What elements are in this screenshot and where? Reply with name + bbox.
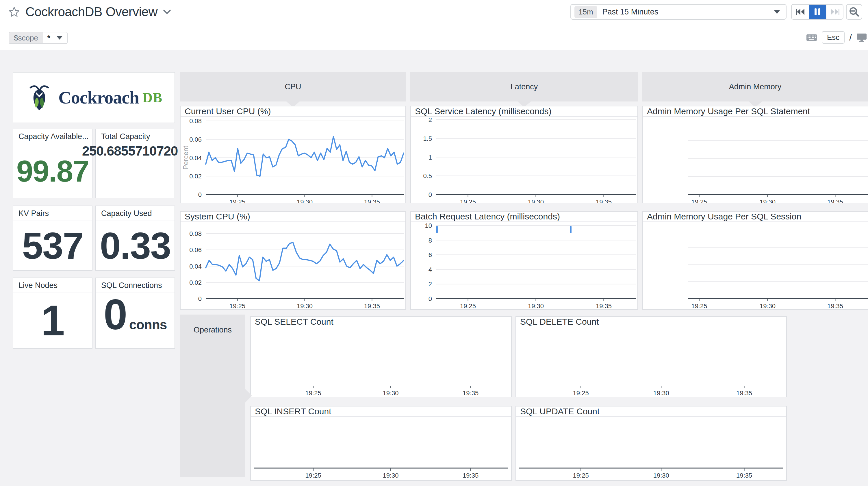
y-tick-label: 0.06: [189, 136, 202, 143]
scope-var-value[interactable]: *: [43, 32, 67, 44]
rewind-button[interactable]: [792, 5, 809, 19]
chart-card-sql-update-count: SQL UPDATE Count 19:2519:3019:35: [516, 406, 787, 481]
dashboard-page: CockroachDB Overview 15m Past 15 Minutes: [0, 0, 868, 486]
chart-sql-service-latency[interactable]: 21.510.5019:2519:3019:35: [411, 117, 638, 203]
stat-title: KV Pairs: [13, 206, 92, 221]
time-range-caret-icon: [774, 10, 780, 14]
fast-forward-button[interactable]: [826, 5, 843, 19]
y-tick-label: 0.04: [189, 154, 202, 162]
stat-title: Capacity Used: [96, 206, 175, 221]
y-tick-label: 0: [198, 191, 202, 198]
x-tick-label: 19:30: [528, 198, 544, 203]
x-tick-label: 19:35: [596, 303, 612, 309]
stat-card-total-capacity[interactable]: Total Capacity 250.6855710720 GB: [95, 128, 175, 198]
chart-title: Current User CPU (%): [181, 106, 405, 117]
x-tick-label: 19:25: [573, 390, 589, 397]
y-tick-label: 0.5: [423, 172, 432, 179]
favorite-star-icon[interactable]: [9, 6, 20, 17]
stat-card-live-nodes[interactable]: Live Nodes 1: [13, 278, 92, 349]
pause-button[interactable]: [809, 5, 826, 19]
stat-card-kv-pairs[interactable]: KV Pairs 537: [13, 205, 92, 271]
x-tick-label: 19:25: [460, 198, 476, 203]
x-tick-label: 19:30: [760, 303, 776, 309]
chart-title: SQL Service Latency (milliseconds): [411, 106, 638, 117]
x-tick-label: 19:25: [573, 472, 589, 479]
chart-sql-insert-count[interactable]: 19:2519:3019:35: [251, 417, 511, 480]
stat-card-capacity-used[interactable]: Capacity Used 0.33: [95, 205, 175, 271]
x-tick-label: 19:30: [297, 303, 313, 309]
stat-title: Total Capacity: [96, 129, 175, 144]
x-tick-label: 19:35: [364, 198, 380, 203]
group-pointer: [245, 389, 252, 402]
x-tick-label: 19:35: [827, 303, 843, 309]
y-tick-label: 0.06: [189, 246, 202, 254]
y-tick-label: 0.04: [189, 263, 202, 270]
x-tick-label: 19:30: [653, 472, 669, 479]
x-tick-label: 19:25: [460, 303, 476, 309]
stat-value: 99.87: [17, 156, 89, 186]
stat-card-capacity-available[interactable]: Capacity Available... 99.87: [13, 128, 92, 198]
top-bar: CockroachDB Overview 15m Past 15 Minutes: [0, 0, 868, 50]
group-header-cpu: CPU: [180, 72, 406, 102]
esc-key-badge: Esc: [822, 31, 845, 44]
series-line: [206, 137, 404, 176]
scope-caret-icon: [57, 36, 62, 39]
stat-value: 537: [22, 227, 83, 264]
chart-sql-select-count[interactable]: 19:2519:3019:35: [251, 327, 511, 397]
zoom-out-button[interactable]: [846, 4, 862, 20]
cockroachdb-logo-card: Cockroach DB: [13, 72, 175, 123]
chart-current-user-cpu[interactable]: 0.080.060.040.02019:2519:3019:35Percent: [181, 117, 405, 203]
slash-separator: /: [849, 32, 852, 43]
tv-mode-monitor-icon[interactable]: [857, 33, 867, 42]
chart-card-sql-service-latency: SQL Service Latency (milliseconds) 21.51…: [410, 106, 638, 203]
x-tick-label: 19:25: [229, 303, 245, 309]
group-label: Latency: [510, 82, 538, 91]
chart-sql-delete-count[interactable]: 19:2519:3019:35: [516, 327, 786, 397]
chart-svg: 0.080.060.040.02019:2519:3019:35Percent: [181, 117, 405, 203]
x-tick-label: 19:35: [827, 198, 843, 203]
chart-admin-memory-statement[interactable]: 19:2519:3019:35: [643, 117, 868, 203]
chart-card-admin-memory-statement: Admin Memory Usage Per SQL Statement 19:…: [642, 106, 868, 203]
chart-svg: 19:2519:3019:35: [516, 417, 786, 480]
y-tick-label: 0.02: [189, 279, 202, 286]
chart-svg: 19:2519:3019:35: [643, 222, 868, 309]
chart-batch-request-latency[interactable]: 108642019:2519:3019:35: [411, 222, 638, 309]
group-label: Admin Memory: [729, 82, 782, 91]
stat-value: 0: [104, 293, 127, 336]
time-range-selector[interactable]: 15m Past 15 Minutes: [570, 4, 786, 20]
x-tick-label: 19:25: [691, 198, 707, 203]
stat-value: 1: [41, 299, 64, 342]
stat-unit: conns: [129, 317, 167, 333]
logo-wordmark: Cockroach: [58, 87, 139, 108]
group-label: Operations: [180, 325, 245, 335]
x-tick-label: 19:30: [382, 472, 399, 479]
stat-title: Capacity Available...: [13, 129, 92, 144]
chart-admin-memory-session[interactable]: 19:2519:3019:35: [643, 222, 868, 309]
chart-card-admin-memory-session: Admin Memory Usage Per SQL Session 19:25…: [642, 211, 868, 310]
chart-sql-update-count[interactable]: 19:2519:3019:35: [516, 417, 786, 480]
chart-svg: 19:2519:3019:35: [251, 417, 511, 480]
chart-system-cpu[interactable]: 0.080.060.040.02019:2519:3019:35: [181, 222, 405, 309]
x-tick-label: 19:35: [463, 390, 478, 397]
stat-title: Live Nodes: [13, 278, 92, 293]
stat-card-sql-connections[interactable]: SQL Connections 0 conns: [95, 278, 175, 349]
chart-svg: 21.510.5019:2519:3019:35: [411, 117, 638, 203]
chart-title: Batch Request Latency (milliseconds): [411, 211, 638, 222]
x-tick-label: 19:25: [305, 390, 321, 397]
x-tick-label: 19:30: [528, 303, 544, 309]
template-variable-scope[interactable]: $scope *: [9, 32, 68, 44]
chart-title: Admin Memory Usage Per SQL Session: [643, 211, 868, 222]
x-tick-label: 19:25: [305, 472, 321, 479]
title-chevron-down-icon[interactable]: [163, 9, 171, 14]
stat-value: 250.6855710720: [82, 144, 178, 158]
x-tick-label: 19:30: [382, 390, 399, 397]
group-header-operations: Operations: [180, 315, 245, 477]
logo-wordmark-suffix: DB: [143, 90, 162, 106]
chart-title: SQL SELECT Count: [251, 317, 511, 327]
dashboard-canvas: Cockroach DB Capacity Available... 99.87…: [0, 50, 868, 486]
chart-title: SQL UPDATE Count: [516, 406, 786, 417]
x-tick-label: 19:35: [364, 303, 380, 309]
time-range-label: Past 15 Minutes: [602, 7, 774, 17]
x-tick-label: 19:35: [463, 472, 478, 479]
chart-title: Admin Memory Usage Per SQL Statement: [643, 106, 868, 117]
